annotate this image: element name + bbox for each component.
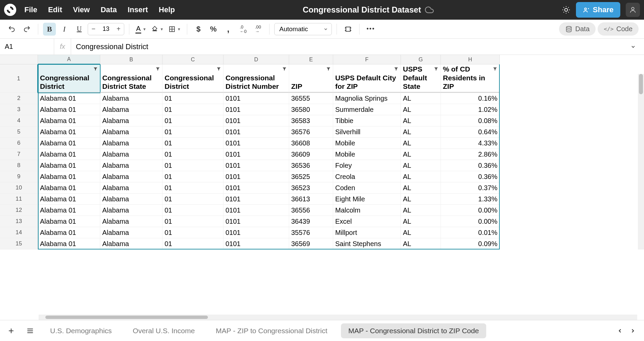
menu-file[interactable]: File <box>24 5 37 14</box>
data-cell[interactable]: Alabama <box>100 160 163 171</box>
underline-button[interactable]: U <box>73 23 86 36</box>
data-cell[interactable]: AL <box>401 115 441 126</box>
menu-data[interactable]: Data <box>101 5 117 14</box>
cloud-sync-icon[interactable] <box>425 5 434 14</box>
header-cell[interactable]: USPS Default State <box>401 64 441 93</box>
data-cell[interactable]: 0101 <box>223 93 289 104</box>
data-cell[interactable]: Creola <box>333 171 401 182</box>
bold-button[interactable]: B <box>43 23 56 36</box>
sheet-tab[interactable]: MAP - ZIP to Congressional District <box>208 323 335 338</box>
tabs-prev-button[interactable] <box>617 328 623 334</box>
data-cell[interactable]: 0101 <box>223 126 289 138</box>
row-header-9[interactable]: 9 <box>0 171 38 182</box>
data-cell[interactable]: 36613 <box>289 194 333 205</box>
data-cell[interactable]: 0101 <box>223 194 289 205</box>
row-header-15[interactable]: 15 <box>0 238 38 249</box>
data-cell[interactable]: 2.86% <box>441 149 500 160</box>
vertical-scrollbar-thumb[interactable] <box>639 74 643 94</box>
data-cell[interactable]: 01 <box>163 160 223 171</box>
data-cell[interactable]: 0.09% <box>441 238 500 249</box>
data-cell[interactable]: 01 <box>163 149 223 160</box>
data-cell[interactable]: Tibbie <box>333 115 401 126</box>
data-cell[interactable]: Alabama <box>100 138 163 149</box>
data-cell[interactable]: Alabama 01 <box>38 138 100 149</box>
data-cell[interactable]: 01 <box>163 216 223 227</box>
data-cell[interactable]: Silverhill <box>333 126 401 138</box>
data-cell[interactable]: Malcolm <box>333 205 401 216</box>
data-cell[interactable]: AL <box>401 216 441 227</box>
data-cell[interactable]: Alabama 01 <box>38 115 100 126</box>
data-cell[interactable]: Alabama <box>100 149 163 160</box>
row-header-12[interactable]: 12 <box>0 205 38 216</box>
data-cell[interactable]: AL <box>401 205 441 216</box>
data-cell[interactable]: Alabama <box>100 216 163 227</box>
data-cell[interactable]: 0.08% <box>441 115 500 126</box>
data-cell[interactable]: 0101 <box>223 238 289 249</box>
data-cell[interactable]: Alabama 01 <box>38 216 100 227</box>
data-cell[interactable]: Alabama <box>100 182 163 194</box>
data-cell[interactable]: AL <box>401 149 441 160</box>
row-header-1[interactable]: 1 <box>0 64 38 93</box>
data-cell[interactable]: 36523 <box>289 182 333 194</box>
percent-button[interactable]: % <box>207 23 220 36</box>
data-cell[interactable]: 0.00% <box>441 216 500 227</box>
data-cell[interactable]: 0101 <box>223 227 289 238</box>
grid-corner[interactable] <box>0 55 38 64</box>
data-cell[interactable]: Alabama 01 <box>38 104 100 115</box>
data-cell[interactable]: 36608 <box>289 138 333 149</box>
data-cell[interactable]: 36556 <box>289 205 333 216</box>
data-cell[interactable]: Alabama 01 <box>38 194 100 205</box>
horizontal-scrollbar-thumb[interactable] <box>45 316 208 319</box>
data-cell[interactable]: 0.00% <box>441 205 500 216</box>
header-cell[interactable]: % of CD Residents in ZIP <box>441 64 500 93</box>
data-cell[interactable]: Foley <box>333 160 401 171</box>
add-sheet-button[interactable]: + <box>5 324 18 337</box>
italic-button[interactable]: I <box>58 23 71 36</box>
sheet-tab[interactable]: Overal U.S. Income <box>125 323 202 338</box>
font-size-input[interactable] <box>99 25 113 33</box>
data-cell[interactable]: AL <box>401 194 441 205</box>
data-cell[interactable]: Saint Stephens <box>333 238 401 249</box>
data-cell[interactable]: 36555 <box>289 93 333 104</box>
data-cell[interactable]: 0.37% <box>441 182 500 194</box>
column-header-G[interactable]: G <box>401 55 441 64</box>
data-cell[interactable]: 36583 <box>289 115 333 126</box>
column-header-B[interactable]: B <box>100 55 163 64</box>
filter-icon[interactable] <box>93 66 98 71</box>
column-header-D[interactable]: D <box>223 55 289 64</box>
row-header-13[interactable]: 13 <box>0 216 38 227</box>
row-header-14[interactable]: 14 <box>0 227 38 238</box>
filter-icon[interactable] <box>394 66 399 71</box>
data-cell[interactable]: AL <box>401 238 441 249</box>
app-logo[interactable] <box>4 4 16 16</box>
data-cell[interactable]: Alabama 01 <box>38 93 100 104</box>
formula-input[interactable]: Congressional District <box>71 42 630 51</box>
data-cell[interactable]: Alabama <box>100 104 163 115</box>
data-cell[interactable]: 0101 <box>223 216 289 227</box>
data-cell[interactable]: Alabama <box>100 115 163 126</box>
number-format-select[interactable]: Automatic <box>274 23 332 35</box>
font-size-increase[interactable]: + <box>113 25 124 33</box>
data-panel-button[interactable]: Data <box>559 22 596 36</box>
data-cell[interactable]: Alabama <box>100 205 163 216</box>
vertical-scrollbar[interactable] <box>638 74 644 249</box>
data-cell[interactable]: 0.36% <box>441 160 500 171</box>
row-header-4[interactable]: 4 <box>0 115 38 126</box>
data-cell[interactable]: 36569 <box>289 238 333 249</box>
code-panel-button[interactable]: </> Code <box>598 22 639 36</box>
data-cell[interactable]: Summerdale <box>333 104 401 115</box>
data-cell[interactable]: 01 <box>163 93 223 104</box>
data-cell[interactable]: 01 <box>163 138 223 149</box>
row-header-7[interactable]: 7 <box>0 149 38 160</box>
borders-button[interactable]: ▼ <box>167 25 182 33</box>
filter-icon[interactable] <box>434 66 438 71</box>
data-cell[interactable]: 01 <box>163 104 223 115</box>
data-cell[interactable]: 0.01% <box>441 227 500 238</box>
cell-reference[interactable]: A1 <box>0 39 54 55</box>
data-cell[interactable]: AL <box>401 171 441 182</box>
data-cell[interactable]: 0.64% <box>441 126 500 138</box>
text-color-button[interactable]: A▼ <box>134 25 148 34</box>
header-cell[interactable]: Congressional District Number <box>223 64 289 93</box>
font-size-decrease[interactable]: − <box>88 25 99 33</box>
sheet-tab[interactable]: MAP - Congressional District to ZIP Code <box>341 323 487 338</box>
